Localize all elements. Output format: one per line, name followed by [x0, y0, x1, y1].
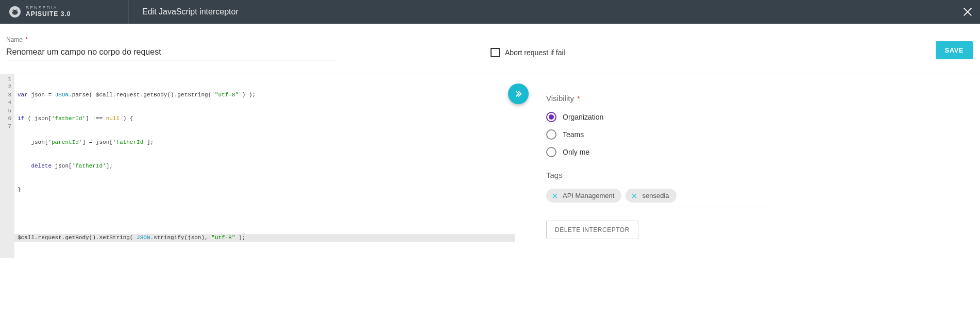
name-input[interactable]	[6, 45, 336, 60]
main-area: 1 2 3 4 5 6 7 var json = JSON.parse( $ca…	[0, 74, 980, 258]
tag-chip: API Management	[546, 189, 621, 203]
name-label: Name *	[6, 36, 336, 43]
radio-label: Only me	[563, 148, 589, 156]
visibility-radio-group: Organization Teams Only me	[546, 112, 771, 157]
tag-chip: sensedia	[626, 189, 676, 203]
line-number: 5	[1, 107, 11, 115]
radio-icon	[546, 147, 556, 157]
delete-interceptor-button[interactable]: DELETE INTERCEPTOR	[546, 221, 638, 239]
page-title: Edit JavaScript interceptor	[129, 7, 239, 16]
tag-label: sensedia	[642, 192, 669, 199]
tags-divider	[546, 207, 771, 207]
chevron-double-right-icon	[514, 89, 523, 98]
visibility-option-only-me[interactable]: Only me	[546, 147, 771, 157]
code-editor[interactable]: 1 2 3 4 5 6 7 var json = JSON.parse( $ca…	[0, 74, 515, 258]
tags-title: Tags	[546, 171, 771, 179]
visibility-title: Visibility *	[546, 94, 771, 103]
line-number: 3	[1, 91, 11, 99]
line-number: 2	[1, 83, 11, 91]
line-number: 4	[1, 99, 11, 107]
close-icon	[631, 193, 637, 199]
radio-label: Teams	[563, 130, 584, 139]
radio-label: Organization	[563, 113, 603, 121]
radio-icon	[546, 129, 556, 140]
code-content[interactable]: var json = JSON.parse( $call.request.get…	[14, 74, 515, 258]
visibility-option-teams[interactable]: Teams	[546, 129, 771, 140]
brand: SENSEDIA APISUITE 3.0	[0, 0, 129, 24]
visibility-option-organization[interactable]: Organization	[546, 112, 771, 122]
gutter: 1 2 3 4 5 6 7	[0, 74, 14, 258]
name-field: Name *	[6, 36, 336, 60]
abort-label: Abort request if fail	[505, 48, 565, 57]
expand-editor-button[interactable]	[508, 84, 529, 104]
line-number: 7	[1, 123, 11, 130]
tag-label: API Management	[563, 192, 614, 199]
abort-checkbox[interactable]	[491, 48, 500, 57]
app-header: SENSEDIA APISUITE 3.0 Edit JavaScript in…	[0, 0, 980, 24]
top-row: Name * Abort request if fail SAVE	[6, 36, 974, 71]
tags-row: API Management sensedia	[546, 189, 771, 203]
close-button[interactable]	[961, 6, 974, 18]
tag-remove-button[interactable]	[631, 192, 638, 199]
tag-remove-button[interactable]	[551, 192, 559, 199]
save-button[interactable]: SAVE	[936, 41, 973, 59]
brand-logo-icon	[9, 6, 21, 18]
line-number: 6	[1, 115, 11, 123]
line-number: 1	[1, 75, 11, 83]
brand-bottom: APISUITE 3.0	[26, 11, 71, 18]
close-icon	[962, 6, 973, 18]
abort-checkbox-wrap[interactable]: Abort request if fail	[357, 48, 915, 57]
close-icon	[552, 193, 558, 199]
right-panel: Visibility * Organization Teams Only me …	[515, 74, 783, 239]
radio-icon	[546, 112, 556, 122]
